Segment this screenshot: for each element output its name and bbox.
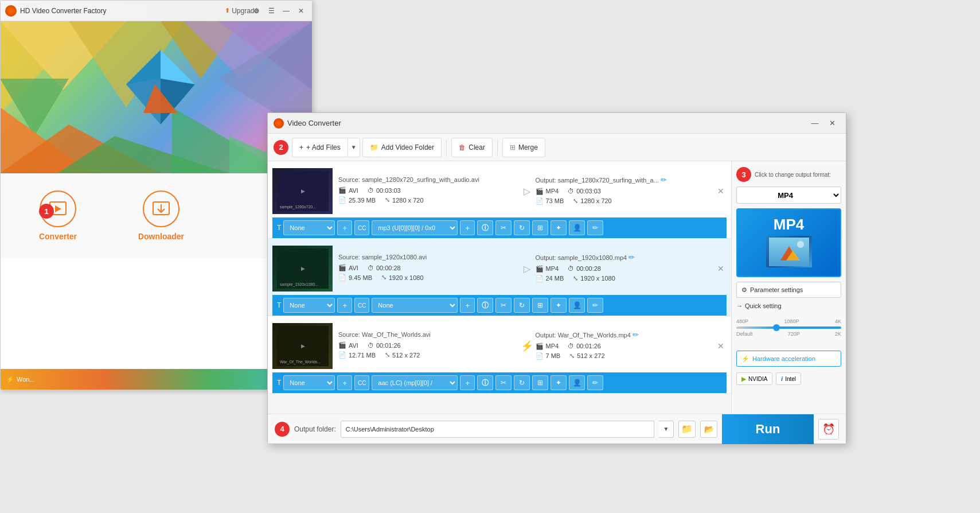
file-source-2: Source: sample_1920x1080.avi [338, 254, 518, 261]
subtitle-cc-2[interactable]: CC [354, 298, 369, 313]
audio-select-3[interactable]: aac (LC) (mp[0][0] / [372, 375, 458, 390]
info-btn-1[interactable]: ⓘ [477, 220, 493, 235]
main-minimize-button[interactable]: — [807, 116, 823, 131]
input-duration-3: ⏱00:01:26 [368, 341, 401, 349]
subtitle-add-2[interactable]: + [337, 298, 352, 313]
intel-badge: i Intel [776, 372, 801, 385]
settings-button[interactable]: ⚙ [250, 5, 263, 17]
bottom-bar: 4 Output folder: ▼ 📁 📂 Run ⏰ [268, 414, 846, 444]
hardware-acceleration-button[interactable]: ⚡ Hardware acceleration [736, 351, 841, 367]
parameter-settings-button[interactable]: ⚙ Parameter settings [736, 282, 841, 298]
format-select[interactable]: MP4 AVI MKV MOV [736, 186, 841, 204]
audio-add-1[interactable]: + [460, 220, 475, 235]
svg-text:▶: ▶ [300, 266, 304, 271]
output-path-input[interactable] [341, 421, 654, 438]
subtitle-select-3[interactable]: None [283, 375, 335, 390]
content-area: ▶ sample_1280x720... Source: sample_1280… [268, 161, 846, 414]
quality-labels: Default 720P 2K [736, 331, 841, 337]
converter-nav-item[interactable]: Converter [12, 191, 104, 241]
trim-btn-3[interactable]: ✂ [495, 375, 512, 390]
input-duration-1: ⏱00:03:03 [368, 186, 401, 194]
info-btn-2[interactable]: ⓘ [477, 298, 493, 313]
output-resolution-3: ⤡512 x 272 [569, 352, 604, 360]
alarm-button[interactable]: ⏰ [818, 419, 839, 440]
svg-marker-20 [55, 205, 61, 212]
file-output-label-1: Output: sample_1280x720_surfing_with_a..… [536, 176, 716, 184]
file-meta-row-1: 🎬AVI ⏱00:03:03 [338, 186, 518, 194]
rotate-btn-3[interactable]: ↻ [514, 375, 530, 390]
file-output-3: Output: War_Of_The_Worlds.mp4 ✏ 🎬MP4 ⏱00… [536, 331, 716, 362]
minimize-button[interactable]: — [280, 5, 292, 17]
main-close-button[interactable]: ✕ [824, 116, 840, 131]
trim-btn-1[interactable]: ✂ [495, 220, 512, 235]
rotate-btn-1[interactable]: ↻ [514, 220, 530, 235]
audio-add-2[interactable]: + [460, 298, 475, 313]
output-edit-1[interactable]: ✏ [661, 176, 667, 184]
edit-btn-2[interactable]: ✏ [587, 298, 603, 313]
clear-button[interactable]: 🗑 Clear [451, 138, 493, 157]
add-folder-button[interactable]: 📁 Add Video Folder [362, 138, 442, 157]
effect-btn-2[interactable]: ✦ [550, 298, 567, 313]
downloader-nav-item[interactable]: Downloader [115, 191, 207, 241]
bg-titlebar: HD Video Converter Factory ⬆ Upgrade ⚙ ☰… [1, 1, 312, 21]
subtitle-add-3[interactable]: + [337, 375, 352, 390]
arrow-divider-1: ▷ [518, 186, 536, 197]
crop-btn-1[interactable]: ⊞ [532, 220, 548, 235]
file-item-3-header: ▶ War_Of_The_Worlds... Source: War_Of_Th… [272, 321, 727, 372]
subtitle-cc-3[interactable]: CC [354, 375, 369, 390]
crop-btn-2[interactable]: ⊞ [532, 298, 548, 313]
audio-select-1[interactable]: mp3 (U[0][0][0] / 0x0 [372, 220, 458, 235]
subtitle-select-1[interactable]: None [283, 220, 335, 235]
effect-btn-1[interactable]: ✦ [550, 220, 567, 235]
watermark-btn-2[interactable]: 👤 [569, 298, 585, 313]
effect-btn-3[interactable]: ✦ [550, 375, 567, 390]
output-edit-3[interactable]: ✏ [632, 331, 639, 339]
quality-slider[interactable]: 480P 1080P 4K Default 720P 2K [736, 314, 841, 346]
open-output-button[interactable]: 📂 [700, 421, 717, 438]
input-size-3: 📄12.71 MB [338, 351, 376, 359]
input-resolution-1: ⤡1280 x 720 [385, 196, 423, 204]
subtitle-cc-1[interactable]: CC [354, 220, 369, 235]
audio-add-3[interactable]: + [460, 375, 475, 390]
audio-select-2[interactable]: None [372, 298, 458, 313]
file-close-3[interactable]: ✕ [715, 340, 727, 352]
badge-3: 3 [736, 167, 751, 182]
file-close-2[interactable]: ✕ [715, 263, 727, 274]
output-size-3: 📄7 MB [536, 352, 561, 360]
quality-thumb[interactable] [773, 324, 780, 331]
edit-btn-3[interactable]: ✏ [587, 375, 603, 390]
output-edit-2[interactable]: ✏ [628, 253, 635, 262]
add-files-dropdown[interactable]: ▼ [348, 138, 360, 157]
close-button[interactable]: ✕ [295, 5, 307, 17]
toolbar-separator-2 [497, 139, 498, 156]
watermark-btn-3[interactable]: 👤 [569, 375, 585, 390]
input-size-1: 📄25.39 MB [338, 196, 376, 204]
browse-folder-button[interactable]: 📁 [678, 421, 696, 438]
add-files-button[interactable]: + + Add Files [292, 138, 348, 157]
clear-icon: 🗑 [459, 143, 466, 151]
subtitle-add-1[interactable]: + [337, 220, 352, 235]
file-thumb-2: ▶ sample_1920x1080... [272, 246, 333, 292]
toolbar-separator-1 [446, 139, 447, 156]
file-close-1[interactable]: ✕ [715, 185, 727, 197]
app-icon [5, 5, 17, 17]
trim-btn-2[interactable]: ✂ [495, 298, 512, 313]
file-source-3: Source: War_Of_The_Worlds.avi [338, 331, 518, 338]
crop-btn-3[interactable]: ⊞ [532, 375, 548, 390]
menu-button[interactable]: ☰ [265, 5, 278, 17]
badge-4: 4 [275, 422, 290, 437]
edit-btn-1[interactable]: ✏ [587, 220, 603, 235]
merge-button[interactable]: ⊞ Merge [502, 138, 545, 157]
output-path-dropdown[interactable]: ▼ [659, 421, 674, 438]
svg-text:War_Of_The_Worlds...: War_Of_The_Worlds... [280, 360, 321, 364]
upgrade-button[interactable]: ⬆ Upgrade [235, 5, 248, 17]
output-meta-row-2b: 📄24 MB ⤡1920 x 1080 [536, 275, 716, 282]
subtitle-select-2[interactable]: None [283, 298, 335, 313]
watermark-btn-1[interactable]: 👤 [569, 220, 585, 235]
svg-text:▶: ▶ [300, 343, 304, 349]
rotate-btn-2[interactable]: ↻ [514, 298, 530, 313]
file-meta-row-2b: 📄9.45 MB ⤡1920 x 1080 [338, 274, 518, 281]
run-button[interactable]: Run [722, 414, 814, 444]
svg-text:▶: ▶ [300, 188, 304, 194]
info-btn-3[interactable]: ⓘ [477, 375, 493, 390]
